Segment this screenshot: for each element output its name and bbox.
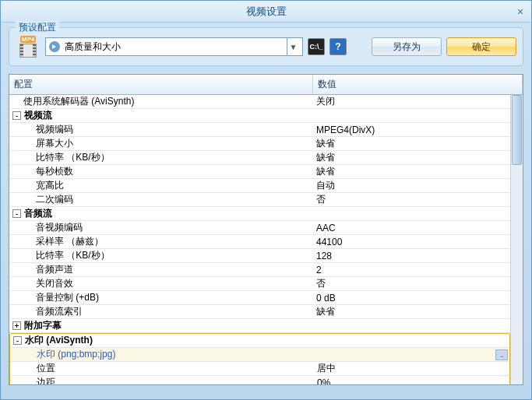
- window-title: 视频设置: [246, 5, 287, 19]
- setting-value[interactable]: ..: [314, 349, 509, 360]
- table-row[interactable]: 每秒桢数缺省: [9, 165, 510, 179]
- table-row[interactable]: 位置居中: [10, 362, 509, 376]
- preset-select-text: 高质量和大小: [65, 40, 287, 54]
- setting-label: 音频流索引: [36, 305, 83, 318]
- preset-select[interactable]: 高质量和大小 ▼: [45, 37, 303, 56]
- setting-label: 视频编码: [36, 123, 73, 136]
- setting-value[interactable]: 否: [313, 193, 510, 206]
- setting-value[interactable]: 44100: [313, 237, 510, 247]
- setting-label: 音频声道: [36, 263, 73, 276]
- console-button[interactable]: C:\_: [308, 38, 325, 55]
- table-row[interactable]: 屏幕大小缺省: [9, 137, 510, 151]
- setting-value[interactable]: 缺省: [313, 305, 510, 318]
- group-label: 音频流: [24, 207, 52, 220]
- group-label: 附加字幕: [24, 319, 62, 332]
- setting-label: 音量控制 (+dB): [36, 291, 99, 304]
- setting-label: 比特率 （KB/秒）: [36, 151, 110, 164]
- table-row[interactable]: 水印 (png;bmp;jpg)..: [10, 348, 509, 362]
- col-header-value[interactable]: 数值: [313, 75, 523, 94]
- setting-label: 使用系统解码器 (AviSynth): [23, 95, 134, 108]
- setting-label: 位置: [37, 362, 55, 375]
- setting-label: 比特率 （KB/秒）: [36, 249, 110, 262]
- play-icon: [49, 41, 60, 52]
- setting-label: 屏幕大小: [36, 137, 73, 150]
- table-row[interactable]: 使用系统解码器 (AviSynth)关闭: [9, 95, 510, 109]
- preset-legend: 预设配置: [16, 21, 59, 34]
- preset-panel: 预设配置 MP4 高质量和大小 ▼ C:\_ ? 另存为 确定: [9, 27, 523, 66]
- table-body: 使用系统解码器 (AviSynth)关闭-视频流视频编码MPEG4(DivX)屏…: [9, 95, 523, 384]
- setting-value[interactable]: 128: [313, 251, 510, 261]
- setting-label: 关闭音效: [36, 277, 73, 290]
- browse-button[interactable]: ..: [495, 349, 508, 360]
- setting-label: 音视频编码: [36, 221, 83, 234]
- setting-label: 边距: [37, 376, 55, 384]
- setting-value[interactable]: 自动: [313, 179, 510, 192]
- table-row[interactable]: -水印 (AviSynth): [10, 334, 509, 348]
- selected-group: -水印 (AviSynth)水印 (png;bmp;jpg)..位置居中边距0%: [9, 333, 510, 384]
- setting-label: 二次编码: [36, 193, 73, 206]
- setting-value[interactable]: MPEG4(DivX): [313, 125, 510, 135]
- setting-value[interactable]: 0%: [314, 377, 509, 385]
- table-row[interactable]: 二次编码否: [9, 193, 510, 207]
- help-button[interactable]: ?: [329, 38, 347, 55]
- ok-button[interactable]: 确定: [446, 37, 516, 56]
- titlebar: 视频设置 ×: [1, 1, 531, 23]
- save-as-button[interactable]: 另存为: [372, 37, 442, 56]
- collapse-icon[interactable]: -: [12, 209, 21, 218]
- group-label: 水印 (AviSynth): [25, 334, 93, 347]
- setting-value[interactable]: 缺省: [313, 165, 510, 178]
- chevron-down-icon[interactable]: ▼: [287, 38, 299, 55]
- setting-value[interactable]: AAC: [313, 223, 510, 233]
- table-row[interactable]: 宽高比自动: [9, 179, 510, 193]
- collapse-icon[interactable]: -: [13, 336, 22, 345]
- setting-label: 宽高比: [36, 179, 64, 192]
- group-label: 视频流: [24, 109, 52, 122]
- preset-row: MP4 高质量和大小 ▼ C:\_ ? 另存为 确定: [16, 34, 516, 59]
- scrollbar[interactable]: [510, 95, 523, 384]
- collapse-icon[interactable]: -: [12, 111, 21, 120]
- table-row[interactable]: -音频流: [9, 207, 510, 221]
- table-row[interactable]: -视频流: [9, 109, 510, 123]
- table-row[interactable]: 边距0%: [10, 376, 509, 384]
- table-row[interactable]: +附加字幕: [9, 319, 510, 333]
- mp4-format-icon: MP4: [16, 34, 41, 59]
- table-row[interactable]: 音视频编码AAC: [9, 221, 510, 235]
- table-row[interactable]: 比特率 （KB/秒）缺省: [9, 151, 510, 165]
- setting-value[interactable]: 缺省: [313, 151, 510, 164]
- table-row[interactable]: 采样率 （赫兹）44100: [9, 235, 510, 249]
- settings-table: 配置 数值 使用系统解码器 (AviSynth)关闭-视频流视频编码MPEG4(…: [9, 74, 523, 385]
- setting-value[interactable]: 居中: [314, 362, 509, 375]
- table-header: 配置 数值: [9, 75, 523, 95]
- close-icon[interactable]: ×: [514, 5, 527, 18]
- setting-value[interactable]: 0 dB: [313, 293, 510, 304]
- table-row[interactable]: 比特率 （KB/秒）128: [9, 249, 510, 263]
- table-row[interactable]: 关闭音效否: [9, 277, 510, 291]
- col-header-config[interactable]: 配置: [9, 75, 313, 94]
- expand-icon[interactable]: +: [12, 321, 21, 330]
- setting-value[interactable]: 2: [313, 265, 510, 275]
- setting-value[interactable]: 否: [313, 277, 510, 290]
- setting-label: 采样率 （赫兹）: [36, 235, 104, 248]
- table-row[interactable]: 视频编码MPEG4(DivX): [9, 123, 510, 137]
- setting-value[interactable]: 缺省: [313, 137, 510, 150]
- scrollbar-thumb[interactable]: [512, 95, 522, 165]
- table-row[interactable]: 音频流索引缺省: [9, 305, 510, 319]
- settings-window: 视频设置 × 预设配置 MP4 高质量和大小 ▼ C:\_ ? 另存为 确定 配…: [0, 0, 532, 400]
- table-row[interactable]: 音量控制 (+dB)0 dB: [9, 291, 510, 305]
- setting-label: 每秒桢数: [36, 165, 73, 178]
- table-row[interactable]: 音频声道2: [9, 263, 510, 277]
- setting-label: 水印 (png;bmp;jpg): [37, 348, 115, 361]
- setting-value[interactable]: 关闭: [313, 95, 510, 108]
